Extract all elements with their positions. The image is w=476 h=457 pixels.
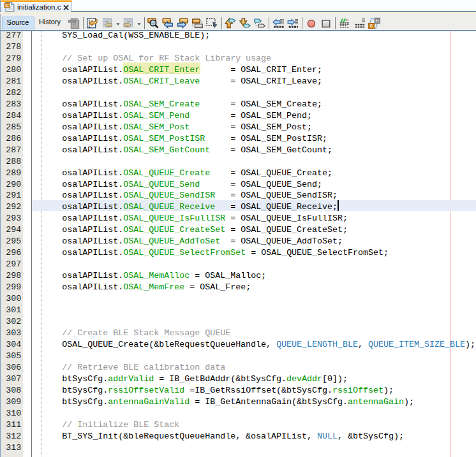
svg-text:C: C bbox=[5, 3, 9, 8]
svg-text:h: h bbox=[376, 18, 378, 24]
svg-text:c: c bbox=[370, 22, 373, 29]
